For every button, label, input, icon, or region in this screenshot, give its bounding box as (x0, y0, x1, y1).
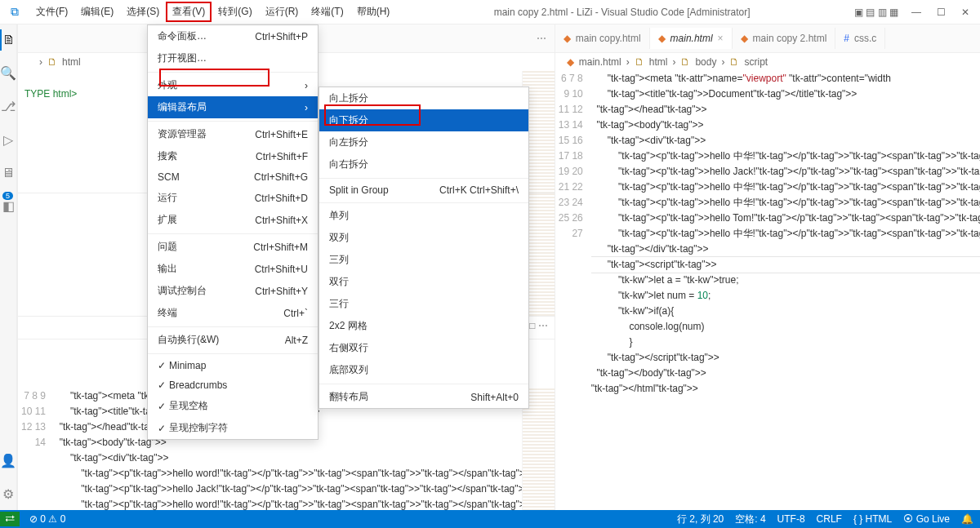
activity-account-icon[interactable]: 👤 (0, 450, 16, 472)
tab-file[interactable]: ◆main copy 2.html (733, 28, 836, 49)
status-cursor-position[interactable]: 行 2, 列 20 (677, 512, 724, 526)
window-maximize-icon[interactable]: ☐ (929, 7, 952, 18)
menu-scm[interactable]: SCMCtrl+Shift+G (148, 167, 318, 187)
vscode-logo-icon: ⧉ (0, 5, 29, 19)
activity-run-icon[interactable]: ▷ (0, 129, 16, 151)
menu-selection[interactable]: 选择(S) (120, 2, 166, 22)
breadcrumb[interactable]: ◆main.html› 🗋html› 🗋body› 🗋script (555, 53, 980, 71)
menu-terminal[interactable]: 终端Ctrl+` (148, 302, 318, 324)
submenu-split-up[interactable]: 向上拆分 (319, 87, 528, 109)
editor-more-icon[interactable]: ⋯ (528, 33, 555, 44)
layout-controls[interactable]: ▣ ▤ ▥ ▦ (848, 7, 905, 18)
menu-edit[interactable]: 编辑(E) (74, 2, 120, 22)
activity-settings-icon[interactable]: ⚙ (0, 483, 16, 505)
submenu-split-left[interactable]: 向左拆分 (319, 131, 528, 153)
menu-go[interactable]: 转到(G) (212, 2, 258, 22)
tab-file[interactable]: ◆main copy.html (555, 28, 650, 49)
activity-bar: 🗎 🔍 ⎇ ▷ 🖥 ◧5 👤 ⚙ (0, 24, 17, 510)
menu-output[interactable]: 输出Ctrl+Shift+U (148, 258, 318, 280)
menu-problems[interactable]: 问题Ctrl+Shift+M (148, 233, 318, 258)
menu-explorer[interactable]: 资源管理器Ctrl+Shift+E (148, 121, 318, 145)
status-language[interactable]: { } HTML (853, 513, 892, 525)
menu-render-whitespace[interactable]: ✓呈现空格 (148, 395, 318, 417)
menu-file[interactable]: 文件(F) (29, 2, 74, 22)
activity-explorer-icon[interactable]: 🗎 (0, 29, 16, 51)
menu-extensions[interactable]: 扩展Ctrl+Shift+X (148, 209, 318, 231)
editor-actions[interactable]: □ ⋯ (529, 320, 548, 331)
menu-command-palette[interactable]: 命令面板…Ctrl+Shift+P (148, 25, 318, 47)
menu-help[interactable]: 帮助(H) (350, 2, 397, 22)
status-indent[interactable]: 空格: 4 (735, 512, 765, 526)
submenu-editor-layout: 向上拆分 向下拆分 向左拆分 向右拆分 Split in GroupCtrl+K… (318, 87, 529, 409)
submenu-three-col[interactable]: 三列 (319, 249, 528, 271)
menu-search[interactable]: 搜索Ctrl+Shift+F (148, 145, 318, 167)
submenu-grid-2x2[interactable]: 2x2 网格 (319, 315, 528, 337)
menu-editor-layout[interactable]: 编辑器布局› (148, 96, 318, 118)
menu-debug-console[interactable]: 调试控制台Ctrl+Shift+Y (148, 280, 318, 302)
submenu-two-right[interactable]: 右侧双行 (319, 337, 528, 359)
status-remote[interactable]: ⮂ (0, 512, 20, 526)
tab-file[interactable]: #css.c (835, 28, 885, 49)
menu-word-wrap[interactable]: 自动换行(&W)Alt+Z (148, 326, 318, 351)
submenu-split-right[interactable]: 向右拆分 (319, 153, 528, 175)
editor-group-right: ◆main copy.html ◆main.html× ◆main copy 2… (555, 24, 980, 510)
code-editor[interactable]: 6 7 8 9 10 11 12 13 14 15 16 17 18 19 20… (555, 71, 980, 510)
window-close-icon[interactable]: ✕ (954, 7, 977, 18)
activity-search-icon[interactable]: 🔍 (0, 62, 16, 84)
activity-extensions-icon[interactable]: ◧5 (0, 195, 16, 217)
window-title: main copy 2.html - LiZi - Visual Studio … (396, 7, 848, 18)
window-minimize-icon[interactable]: — (905, 7, 928, 18)
menu-view[interactable]: 查看(V) (166, 2, 212, 22)
menu-minimap[interactable]: ✓Minimap (148, 353, 318, 375)
menu-open-view[interactable]: 打开视图… (148, 47, 318, 69)
submenu-three-row[interactable]: 三行 (319, 293, 528, 315)
menu-render-control[interactable]: ✓呈现控制字符 (148, 417, 318, 439)
status-go-live[interactable]: ⦿ Go Live (903, 513, 950, 525)
submenu-two-row[interactable]: 双行 (319, 271, 528, 293)
tab-close-icon[interactable]: × (718, 33, 724, 44)
submenu-split-in-group[interactable]: Split in GroupCtrl+K Ctrl+Shift+\ (319, 178, 528, 200)
tab-bar: ◆main copy.html ◆main.html× ◆main copy 2… (555, 24, 980, 53)
titlebar: ⧉ 文件(F) 编辑(E) 选择(S) 查看(V) 转到(G) 运行(R) 终端… (0, 0, 980, 24)
submenu-two-col[interactable]: 双列 (319, 227, 528, 249)
menu-run[interactable]: 运行(R) (259, 2, 305, 22)
extensions-badge: 5 (2, 192, 13, 200)
submenu-split-down[interactable]: 向下拆分 (319, 109, 528, 131)
submenu-two-bottom[interactable]: 底部双列 (319, 359, 528, 381)
status-encoding[interactable]: UTF-8 (777, 513, 805, 525)
statusbar: ⮂ ⊘ 0 ⚠ 0 行 2, 列 20 空格: 4 UTF-8 CRLF { }… (0, 510, 980, 528)
menu-terminal[interactable]: 终端(T) (305, 2, 350, 22)
submenu-single[interactable]: 单列 (319, 202, 528, 227)
status-eol[interactable]: CRLF (817, 513, 842, 525)
menu-run[interactable]: 运行Ctrl+Shift+D (148, 187, 318, 209)
menu-breadcrumbs[interactable]: ✓Breadcrumbs (148, 375, 318, 395)
tab-file[interactable]: ◆main.html× (650, 28, 733, 49)
submenu-flip-layout[interactable]: 翻转布局Shift+Alt+0 (319, 384, 528, 408)
menu-view-dropdown: 命令面板…Ctrl+Shift+P 打开视图… 外观› 编辑器布局› 资源管理器… (147, 24, 318, 440)
menubar: 文件(F) 编辑(E) 选择(S) 查看(V) 转到(G) 运行(R) 终端(T… (29, 2, 396, 22)
activity-scm-icon[interactable]: ⎇ (0, 95, 16, 118)
status-notifications-icon[interactable]: 🔔 (961, 513, 973, 525)
status-problems[interactable]: ⊘ 0 ⚠ 0 (29, 513, 65, 525)
activity-remote-icon[interactable]: 🖥 (0, 162, 16, 184)
menu-appearance[interactable]: 外观› (148, 72, 318, 96)
